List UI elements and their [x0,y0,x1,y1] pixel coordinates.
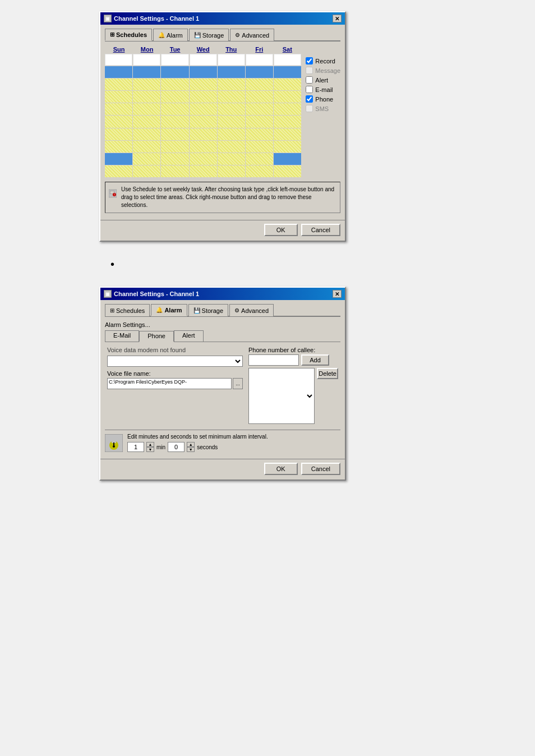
dialog-title-2: Channel Settings - Channel 1 [114,291,199,297]
checkbox-message-label: Message [315,67,340,74]
checkbox-message-input[interactable] [306,67,313,74]
day-thu: Thu [217,46,245,53]
alarm-info-text-container: Edit minutes and seconds to set minimum … [127,434,268,452]
browse-button[interactable]: ... [233,378,243,389]
alarm-left-panel: Voice data modem not found Voice file na… [107,347,243,424]
titlebar-1: ▣ Channel Settings - Channel 1 ✕ [100,12,345,25]
time-row-10 [105,165,301,177]
checkbox-alert-input[interactable] [306,76,313,84]
minutes-down-button[interactable]: ▼ [146,447,154,452]
delete-button[interactable]: Delete [317,368,338,379]
min-label: min [156,444,165,450]
close-button-1[interactable]: ✕ [333,15,342,22]
dialog-footer-2: OK Cancel [100,459,345,480]
dialog-title-1: Channel Settings - Channel 1 [114,15,199,22]
tab-alarm-1[interactable]: 🔔 Alarm [153,29,188,41]
voice-file-input[interactable]: C:\Program Files\CyberEyes DQP- [107,378,232,389]
time-row-1 [105,54,301,66]
alarm-right-panel: Phone number of callee: Add Delete [248,347,338,424]
seconds-up-button[interactable]: ▲ [187,442,195,447]
checkbox-sms-input[interactable] [306,105,313,112]
day-fri: Fri [245,46,273,53]
checkbox-email[interactable]: E-mail [306,86,340,93]
dropdown-row [107,356,243,367]
tab-bar-1: ⊞ Schedules 🔔 Alarm 💾 Storage ⚙ Advanced [105,28,340,42]
alarm-body: Voice data modem not found Voice file na… [105,347,340,424]
time-row-2 [105,66,301,78]
time-grid[interactable] [105,54,301,177]
modem-dropdown[interactable] [107,356,243,367]
checkbox-email-input[interactable] [306,86,313,93]
alarm-sub-tab-phone[interactable]: Phone [139,331,174,342]
tab-bar-2: ⊞ Schedules 🔔 Alarm 💾 Storage ⚙ Advanced [105,303,340,317]
tab-schedules-2[interactable]: ⊞ Schedules [105,304,150,316]
svg-rect-7 [112,436,116,443]
tab-schedules-1[interactable]: ⊞ Schedules [105,29,152,41]
time-row-7 [105,128,301,140]
gear-icon-1: ⚙ [235,32,240,38]
alarm-footer-info: Edit minutes and seconds to set minimum … [105,430,340,452]
ok-button-2[interactable]: OK [264,463,298,475]
grid-icon: ⊞ [110,31,114,38]
dialog-content-2: ⊞ Schedules 🔔 Alarm 💾 Storage ⚙ Advanced… [100,300,345,457]
alarm-sub-tab-email[interactable]: E-Mail [105,330,139,342]
time-row-6 [105,116,301,127]
tab-advanced-2[interactable]: ⚙ Advanced [229,304,274,316]
bell-icon-2: 🔔 [156,307,163,313]
add-button[interactable]: Add [301,354,329,366]
titlebar-title-2: ▣ Channel Settings - Channel 1 [104,290,199,298]
checkbox-sms[interactable]: SMS [306,105,340,112]
cancel-button-1[interactable]: Cancel [301,224,340,236]
checkbox-alert-label: Alert [315,77,328,84]
checkbox-record-label: Record [315,58,335,64]
day-sun: Sun [105,46,133,53]
schedule-grid: Sun Mon Tue Wed Thu Fri Sat [105,46,301,177]
alarm-sub-tab-alert[interactable]: Alert [174,330,204,342]
checkbox-phone[interactable]: Phone [306,95,340,103]
info-graphic-icon: ! [109,186,117,201]
alarm-info-text: Edit minutes and seconds to set minimum … [127,434,268,440]
time-row-3 [105,79,301,90]
titlebar-2: ▣ Channel Settings - Channel 1 ✕ [100,288,345,300]
grid-icon-2: ⊞ [110,307,114,314]
time-row-5 [105,103,301,115]
checkbox-record[interactable]: Record [306,57,340,64]
spinbox-row: ▲ ▼ min ▲ ▼ seconds [127,442,268,452]
day-mon: Mon [133,46,161,53]
bullet-separator: • [110,259,436,270]
minutes-spinbox[interactable] [127,442,144,452]
phone-list[interactable] [248,368,315,424]
checkbox-email-label: E-mail [315,86,333,93]
close-button-2[interactable]: ✕ [333,290,342,298]
checkbox-message[interactable]: Message [306,67,340,74]
time-row-9 [105,153,301,165]
schedule-area: Sun Mon Tue Wed Thu Fri Sat [105,46,340,177]
cancel-button-2[interactable]: Cancel [301,463,340,475]
info-text-1: Use Schedule to set weekly task. After c… [121,186,336,209]
voice-file-row: C:\Program Files\CyberEyes DQP- ... [107,378,243,389]
voice-file-label: Voice file name: [107,370,243,377]
time-row-4 [105,91,301,103]
tab-storage-1[interactable]: 💾 Storage [189,29,229,41]
checkbox-phone-label: Phone [315,96,333,103]
titlebar-title-1: ▣ Channel Settings - Channel 1 [104,15,199,22]
checkbox-alert[interactable]: Alert [306,76,340,84]
svg-point-8 [113,445,115,448]
checkbox-record-input[interactable] [306,57,313,64]
seconds-spinbox[interactable] [168,442,185,452]
tab-alarm-2[interactable]: 🔔 Alarm [151,304,187,316]
minutes-up-button[interactable]: ▲ [146,442,154,447]
seconds-down-button[interactable]: ▼ [187,447,195,452]
ok-button-1[interactable]: OK [264,224,298,236]
disk-icon-2: 💾 [193,307,200,314]
day-tue: Tue [161,46,189,53]
phone-number-input[interactable] [248,354,299,366]
titlebar-app-icon-2: ▣ [104,290,112,298]
dialog-footer-1: OK Cancel [100,220,345,241]
modem-label: Voice data modem not found [107,347,243,353]
time-row-8 [105,141,301,153]
checkbox-phone-input[interactable] [306,95,313,103]
tab-advanced-1[interactable]: ⚙ Advanced [230,29,274,41]
dialog-channel-settings-2: ▣ Channel Settings - Channel 1 ✕ ⊞ Sched… [99,287,346,481]
tab-storage-2[interactable]: 💾 Storage [188,304,229,316]
